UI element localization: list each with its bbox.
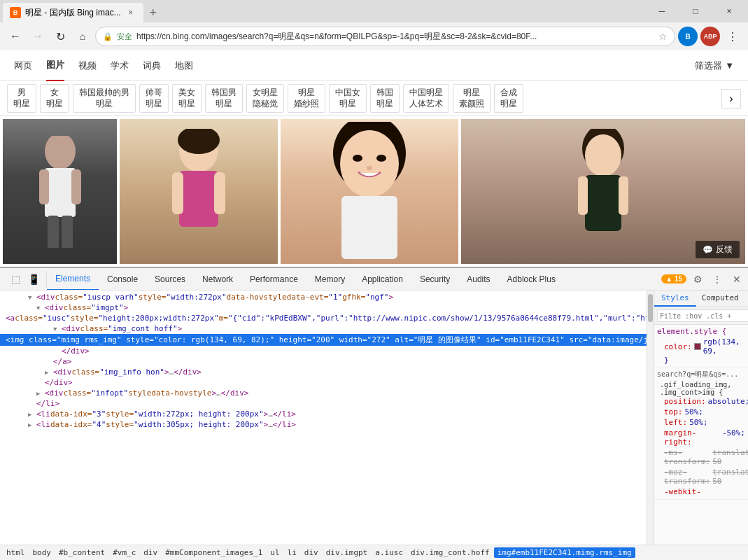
minimize-button[interactable]: ─ <box>646 3 678 20</box>
css-url-section: search?q=明星&qs=... .gif_loading_img, .im… <box>654 368 748 500</box>
back-button[interactable]: ← <box>6 27 25 46</box>
html-line-5-selected[interactable]: <img class="mimg rms_img" style="color: … <box>0 334 647 346</box>
html-line-11[interactable]: </li> <box>0 398 647 409</box>
forward-button[interactable]: → <box>28 27 48 46</box>
html-line-2[interactable]: ▼ <div class="imgpt" > <box>0 302 647 313</box>
html-line-9[interactable]: </div> <box>0 377 647 388</box>
maximize-button[interactable]: □ <box>679 3 712 20</box>
nav-item-academic[interactable]: 学术 <box>111 51 129 80</box>
image-item-1[interactable] <box>3 119 117 264</box>
computed-tab[interactable]: Computed <box>696 290 745 307</box>
new-tab-button[interactable]: + <box>143 3 163 22</box>
bc-mm-component[interactable]: #mmComponent_images_1 <box>162 547 266 558</box>
bc-div[interactable]: div <box>140 547 161 558</box>
bookmark-icon[interactable]: ☆ <box>658 31 668 42</box>
cat-composite[interactable]: 合成明星 <box>494 84 523 113</box>
html-line-12[interactable]: ▶ <li data-idx="3" style="width:272px; h… <box>0 409 647 419</box>
adblock-button[interactable]: ABP <box>700 27 720 46</box>
menu-button[interactable]: ⋮ <box>723 27 742 46</box>
close-button[interactable]: × <box>713 3 745 20</box>
image-item-2[interactable] <box>120 119 278 264</box>
nav-item-video[interactable]: 视频 <box>78 51 97 80</box>
image-item-3[interactable] <box>281 119 458 264</box>
devtools-tab-performance[interactable]: Performance <box>241 268 306 290</box>
cat-female-star[interactable]: 女明星 <box>40 84 69 113</box>
html-line-3[interactable]: <a class="iusc" style="height:200px;widt… <box>0 313 647 323</box>
cat-female-hidden[interactable]: 女明星隐秘觉 <box>246 84 284 113</box>
cat-no-makeup[interactable]: 明星素颜照 <box>453 84 491 113</box>
devtools-tab-console[interactable]: Console <box>99 268 146 290</box>
html-line-6[interactable]: </div> <box>0 346 647 356</box>
html-line-4[interactable]: ▼ <div class="img_cont hoff" > <box>0 323 647 334</box>
svg-rect-10 <box>214 172 225 214</box>
css-top-prop: top: 50%; <box>657 407 745 417</box>
cat-wedding[interactable]: 明星婚纱照 <box>288 84 325 113</box>
color-swatch[interactable] <box>694 343 701 350</box>
bc-li[interactable]: li <box>284 547 300 558</box>
devtools-close-icon[interactable]: ✕ <box>728 271 745 288</box>
nav-item-dictionary[interactable]: 词典 <box>143 51 161 80</box>
bc-ul[interactable]: ul <box>267 547 283 558</box>
device-mode-icon[interactable]: 📱 <box>25 271 42 288</box>
bc-img-cont[interactable]: div.img_cont.hoff <box>407 547 493 558</box>
html-line-10[interactable]: ▶ <div class="infopt" style data-hovstyl… <box>0 388 647 398</box>
bc-body[interactable]: body <box>29 547 55 558</box>
bc-div2[interactable]: div <box>301 547 322 558</box>
color-prop-name: color: <box>664 342 692 351</box>
cat-chinese-art[interactable]: 中国明星人体艺术 <box>403 84 449 113</box>
devtools-tab-memory[interactable]: Memory <box>306 268 353 290</box>
bc-html[interactable]: html <box>3 547 29 558</box>
cat-male-star[interactable]: 男明星 <box>7 84 36 113</box>
cat-next-button[interactable]: › <box>721 89 741 108</box>
home-button[interactable]: ⌂ <box>73 27 92 46</box>
devtools-tab-network[interactable]: Network <box>194 268 241 290</box>
image-item-4[interactable]: 💬 反馈 <box>461 119 745 264</box>
bc-b-content[interactable]: #b_content <box>55 547 108 558</box>
refresh-button[interactable]: ↻ <box>50 27 70 46</box>
svg-rect-19 <box>585 175 621 231</box>
devtools-tab-sources[interactable]: Sources <box>146 268 194 290</box>
devtools-tab-application[interactable]: Application <box>353 268 411 290</box>
url-bar[interactable]: 🔒 安全 https://cn.bing.com/images/search?q… <box>95 27 675 46</box>
devtools-toolbar: ⬚ 📱 Elements Console Sources Network Per… <box>0 268 748 290</box>
bc-imgpt[interactable]: div.imgpt <box>323 547 372 558</box>
nav-item-webpage[interactable]: 网页 <box>14 51 32 80</box>
tree-scrollbar[interactable] <box>647 290 654 545</box>
filter-button[interactable]: 筛选器 ▼ <box>695 59 734 72</box>
devtools-tab-elements[interactable]: Elements <box>47 268 99 290</box>
html-line-8[interactable]: ▶ <div class="img_info hon" > … </div> <box>0 367 647 377</box>
devtools-tab-security[interactable]: Security <box>411 268 458 290</box>
nav-item-map[interactable]: 地图 <box>175 51 193 80</box>
cat-beauty[interactable]: 美女明星 <box>172 84 202 113</box>
devtools-tab-adblock[interactable]: Adblock Plus <box>499 268 564 290</box>
tab[interactable]: B 明星 - 国内版 Bing imac... × <box>3 3 143 22</box>
html-line-1[interactable]: ▼ <div class="iuscp varh" style="width:2… <box>0 292 647 302</box>
bc-vm-c[interactable]: #vm_c <box>109 547 139 558</box>
element-picker-icon[interactable]: ⬚ <box>7 271 24 288</box>
html-line-7[interactable]: </a> <box>0 356 647 367</box>
cat-korean-male[interactable]: 韩国最帅的男明星 <box>73 84 136 113</box>
bc-img-selected[interactable]: img#emb11FE2C341.mimg.rms_img <box>494 547 635 558</box>
svg-point-0 <box>45 136 76 169</box>
element-style-section: element.style { color: rgb(134, 69, } <box>654 325 748 368</box>
color-property-cont: } <box>657 356 745 365</box>
styles-filter-input[interactable] <box>657 309 748 322</box>
devtools-icons: ⬚ 📱 <box>3 271 47 288</box>
cat-chinese-female[interactable]: 中国女明星 <box>329 84 367 113</box>
tab-title: 明星 - 国内版 Bing imac... <box>25 7 121 19</box>
devtools-more-icon[interactable]: ⋮ <box>709 271 726 288</box>
html-line-13[interactable]: ▶ <li data-idx="4" style="width:305px; h… <box>0 419 647 430</box>
cat-korean-male-star[interactable]: 韩国男明星 <box>205 84 243 113</box>
nav-item-images[interactable]: 图片 <box>46 50 64 81</box>
devtools-settings-icon[interactable]: ⚙ <box>689 271 706 288</box>
cat-korean[interactable]: 韩国明星 <box>370 84 400 113</box>
warning-badge[interactable]: ▲ 15 <box>661 274 686 284</box>
feedback-button[interactable]: 💬 反馈 <box>696 241 740 258</box>
tab-close-icon[interactable]: × <box>125 7 136 18</box>
bing-account-button[interactable]: B <box>678 27 698 46</box>
css-margin-right-prop: margin-right: -50%; <box>657 428 745 447</box>
cat-handsome[interactable]: 帅哥明星 <box>139 84 169 113</box>
bc-iusc[interactable]: a.iusc <box>372 547 407 558</box>
styles-tab[interactable]: Styles <box>654 290 696 307</box>
devtools-tab-audits[interactable]: Audits <box>458 268 498 290</box>
